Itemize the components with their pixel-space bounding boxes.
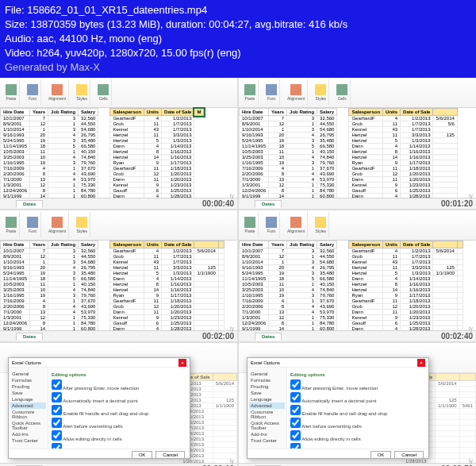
- timestamp: 00:00:40: [202, 199, 234, 208]
- timestamp: 00:02:00: [202, 332, 234, 341]
- options-nav-customize-ribbon[interactable]: Customize Ribbon: [249, 409, 285, 420]
- options-nav-general[interactable]: General: [10, 371, 46, 377]
- timestamp: 00:01:20: [441, 199, 473, 208]
- option-checkbox[interactable]: Allow editing directly in cells: [290, 429, 425, 442]
- options-nav-language[interactable]: Language: [249, 396, 285, 402]
- thumb-4: Paste Font Alignment Styles Hire DateYea…: [239, 210, 476, 341]
- option-checkbox[interactable]: Enable fill handle and cell drag-and-dro…: [290, 404, 425, 417]
- option-checkbox[interactable]: Alert before overwriting cells: [290, 417, 425, 429]
- thumb-3: Paste Font Alignment Styles Hire DateYea…: [0, 210, 237, 341]
- options-nav-formulas[interactable]: Formulas: [249, 377, 285, 383]
- employee-table[interactable]: Hire DateYearsJob RatingSalary 10/1/2007…: [0, 241, 98, 332]
- generated-line: Generated by Max-X: [5, 60, 471, 75]
- options-nav-quick-access-toolbar[interactable]: Quick Access Toolbar: [10, 420, 46, 431]
- options-nav-quick-access-toolbar[interactable]: Quick Access Toolbar: [249, 420, 285, 431]
- watermark: ly: [230, 193, 234, 198]
- dialog-title: Excel Options: [12, 360, 41, 365]
- employee-table[interactable]: Hire DateYearsJob RatingSalary 10/1/2007…: [239, 108, 337, 199]
- sales-table[interactable]: SalespersonUnitsDate of Sale GearhardF41…: [348, 108, 457, 205]
- close-button[interactable]: ×: [417, 359, 425, 367]
- excel-options-dialog[interactable]: Excel Options× GeneralFormulasProofingSa…: [8, 357, 190, 459]
- options-content[interactable]: Editing options After pressing Enter, mo…: [287, 368, 428, 449]
- option-checkbox[interactable]: Extend data range formats and formulas: [290, 442, 425, 449]
- excel-ribbon[interactable]: Paste Font Alignment Styles: [0, 210, 237, 241]
- file-info-bar: File: 158662_01_01_XR15_dateentries.mp4 …: [0, 0, 476, 78]
- option-checkbox[interactable]: Automatically insert a decimal point: [52, 391, 186, 404]
- tab-dates[interactable]: Dates: [16, 200, 43, 208]
- option-checkbox[interactable]: Alert before overwriting cells: [52, 417, 186, 429]
- ok-button[interactable]: OK: [132, 451, 153, 459]
- options-content[interactable]: Editing options After pressing Enter, mo…: [48, 368, 190, 449]
- option-checkbox[interactable]: Allow editing directly in cells: [52, 429, 186, 442]
- thumb-1: Paste Font Alignment Styles Cells Hire D…: [0, 78, 237, 209]
- worksheet[interactable]: Hire DateYearsJob RatingSalary 10/1/2007…: [0, 108, 237, 194]
- options-sidebar[interactable]: GeneralFormulasProofingSaveLanguageAdvan…: [9, 368, 48, 449]
- options-nav-formulas[interactable]: Formulas: [10, 377, 46, 383]
- options-sidebar[interactable]: GeneralFormulasProofingSaveLanguageAdvan…: [248, 368, 287, 449]
- options-nav-add-ins[interactable]: Add-Ins: [10, 431, 46, 437]
- excel-options-dialog[interactable]: Excel Options× GeneralFormulasProofingSa…: [247, 357, 429, 459]
- sales-table[interactable]: SalespersonUnitsDate of SaleM GearhardF4…: [109, 108, 204, 205]
- options-nav-save[interactable]: Save: [249, 390, 285, 396]
- thumb-6: Date of Sale 1/2/20135/6/20141/7/20131/7…: [239, 343, 476, 466]
- options-nav-customize-ribbon[interactable]: Customize Ribbon: [10, 409, 46, 420]
- options-nav-save[interactable]: Save: [10, 390, 46, 396]
- sales-table[interactable]: SalespersonUnitsDate of Sale GearhardF41…: [109, 241, 224, 337]
- options-nav-trust-center[interactable]: Trust Center: [10, 437, 46, 444]
- video-line: Video: h264, yuv420p, 1280x720, 15.00 fp…: [5, 46, 471, 60]
- excel-ribbon[interactable]: Paste Font Alignment Styles: [239, 210, 476, 241]
- options-nav-general[interactable]: General: [249, 371, 285, 377]
- options-nav-language[interactable]: Language: [10, 396, 46, 402]
- options-nav-add-ins[interactable]: Add-Ins: [249, 431, 285, 437]
- ok-button[interactable]: OK: [370, 451, 392, 459]
- employee-table[interactable]: Hire DateYearsJob RatingSalary 10/1/2007…: [239, 241, 337, 332]
- options-nav-advanced[interactable]: Advanced: [249, 402, 285, 409]
- option-checkbox[interactable]: Automatically insert a decimal point: [290, 391, 425, 404]
- excel-ribbon[interactable]: Paste Font Alignment Styles Cells: [0, 78, 237, 108]
- size-line: Size: 13870359 bytes (13.23 MiB), durati…: [5, 17, 471, 32]
- thumbnail-grid: Paste Font Alignment Styles Cells Hire D…: [0, 78, 476, 466]
- excel-ribbon[interactable]: Paste Font Alignment Styles Cells: [239, 78, 476, 108]
- audio-line: Audio: aac, 44100 Hz, mono (eng): [5, 32, 471, 46]
- option-checkbox[interactable]: Enable fill handle and cell drag-and-dro…: [52, 404, 186, 417]
- thumb-5: Date of Sale 1/2/20135/6/20141/7/20131/7…: [0, 343, 237, 466]
- option-checkbox[interactable]: After pressing Enter, move selection: [52, 379, 186, 391]
- options-nav-advanced[interactable]: Advanced: [10, 402, 46, 409]
- file-line: File: 158662_01_01_XR15_dateentries.mp4: [5, 3, 471, 17]
- option-checkbox[interactable]: After pressing Enter, move selection: [290, 379, 425, 391]
- cancel-button[interactable]: Cancel: [155, 451, 185, 459]
- sales-table[interactable]: SalespersonUnitsDate of Sale GearhardF41…: [348, 241, 463, 337]
- cancel-button[interactable]: Cancel: [394, 451, 424, 459]
- timestamp: 00:02:40: [441, 332, 473, 341]
- thumb-2: Paste Font Alignment Styles Cells Hire D…: [239, 78, 476, 209]
- options-nav-proofing[interactable]: Proofing: [249, 383, 285, 390]
- employee-table[interactable]: Hire DateYearsJob RatingSalary 10/1/2007…: [0, 108, 98, 199]
- close-button[interactable]: ×: [178, 359, 186, 367]
- options-nav-proofing[interactable]: Proofing: [10, 383, 46, 390]
- options-nav-trust-center[interactable]: Trust Center: [249, 437, 285, 444]
- option-checkbox[interactable]: Extend data range formats and formulas: [52, 442, 186, 449]
